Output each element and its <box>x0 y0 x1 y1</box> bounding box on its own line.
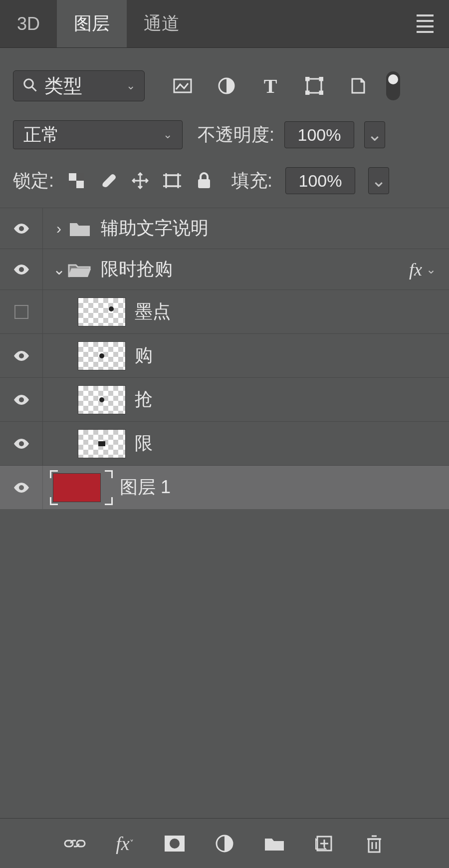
visibility-toggle[interactable] <box>0 208 43 249</box>
lock-all-icon[interactable] <box>195 171 214 190</box>
svg-rect-27 <box>65 841 73 847</box>
menu-icon <box>417 14 434 33</box>
svg-rect-20 <box>198 179 210 188</box>
layer-name: 墨点 <box>135 299 171 324</box>
layer-thumbnail[interactable] <box>78 341 126 370</box>
filter-shape-icon[interactable] <box>303 75 325 97</box>
visibility-toggle[interactable] <box>0 290 43 333</box>
lock-transparency-icon[interactable] <box>67 171 86 190</box>
svg-point-26 <box>19 485 24 490</box>
fill-label: 填充: <box>231 169 272 193</box>
svg-point-25 <box>19 441 24 446</box>
layers-list: › 辅助文字说明 ⌄ 限时抢购 fx ⌄ <box>0 208 449 818</box>
layer-kind-label: 类型 <box>44 73 82 99</box>
layer-name: 限时抢购 <box>101 257 173 282</box>
new-group-button[interactable] <box>263 833 285 855</box>
svg-point-0 <box>24 79 33 88</box>
layer-row[interactable]: 抢 <box>0 377 449 421</box>
delete-layer-button[interactable] <box>363 833 385 855</box>
visibility-toggle[interactable] <box>0 334 43 377</box>
layer-name: 抢 <box>135 387 153 412</box>
blend-mode-select[interactable]: 正常 ⌄ <box>13 120 183 149</box>
eye-icon <box>13 350 30 362</box>
visibility-toggle[interactable] <box>0 466 43 509</box>
eye-icon <box>13 264 30 276</box>
visibility-toggle[interactable] <box>0 422 43 465</box>
tab-channels[interactable]: 通道 <box>127 0 197 47</box>
chevron-down-icon: ⌄ <box>163 128 172 141</box>
panel-menu-button[interactable] <box>401 0 449 48</box>
svg-point-21 <box>19 226 24 231</box>
layer-mask-button[interactable] <box>164 833 186 855</box>
tab-3d[interactable]: 3D <box>0 0 57 47</box>
svg-rect-5 <box>306 77 309 80</box>
adjustment-layer-button[interactable] <box>214 833 235 855</box>
eye-icon <box>13 223 30 235</box>
svg-rect-10 <box>76 181 84 188</box>
eye-icon <box>13 482 30 494</box>
filter-pixel-icon[interactable] <box>172 75 194 97</box>
layer-name: 辅助文字说明 <box>101 216 209 241</box>
layer-row-group[interactable]: ⌄ 限时抢购 fx ⌄ <box>0 249 449 289</box>
svg-rect-8 <box>320 91 323 94</box>
eye-icon <box>13 438 30 450</box>
layer-name: 限 <box>135 431 153 456</box>
visibility-toggle[interactable] <box>0 378 43 421</box>
filter-smartobject-icon[interactable] <box>347 75 369 97</box>
fx-indicator[interactable]: fx <box>409 259 422 280</box>
layer-thumbnail[interactable] <box>78 429 126 458</box>
fill-dropdown[interactable]: ⌄ <box>368 167 389 194</box>
layer-row[interactable]: 墨点 <box>0 289 449 333</box>
blend-mode-value: 正常 <box>23 123 59 147</box>
opacity-label: 不透明度: <box>198 123 274 147</box>
layer-name: 购 <box>135 343 153 368</box>
svg-rect-7 <box>306 91 309 94</box>
layer-row-selected[interactable]: 图层 1 <box>0 465 449 509</box>
visibility-off-icon <box>14 305 28 319</box>
folder-open-icon <box>68 255 92 284</box>
svg-point-24 <box>19 397 24 402</box>
svg-rect-15 <box>166 175 178 186</box>
layer-thumbnail-selected[interactable] <box>50 470 113 505</box>
eye-icon <box>13 394 30 406</box>
svg-point-30 <box>170 839 180 849</box>
visibility-toggle[interactable] <box>0 249 43 289</box>
group-disclosure-closed[interactable]: › <box>50 220 68 237</box>
layer-name: 图层 1 <box>120 475 171 500</box>
group-disclosure-open[interactable]: ⌄ <box>50 261 68 278</box>
layer-row-group[interactable]: › 辅助文字说明 <box>0 208 449 249</box>
folder-icon <box>68 214 92 243</box>
svg-point-23 <box>19 353 24 358</box>
svg-rect-12 <box>69 181 76 188</box>
lock-artboard-icon[interactable] <box>163 171 182 190</box>
layer-thumbnail[interactable] <box>78 385 126 414</box>
opacity-dropdown[interactable]: ⌄ <box>364 121 385 148</box>
svg-rect-11 <box>76 173 84 181</box>
filter-adjustment-icon[interactable] <box>216 75 237 97</box>
svg-point-22 <box>19 267 24 272</box>
svg-rect-28 <box>77 841 85 847</box>
chevron-down-icon: ⌄ <box>126 79 135 92</box>
svg-rect-9 <box>69 173 76 181</box>
lock-paint-icon[interactable] <box>99 171 118 190</box>
chevron-down-icon[interactable]: ⌄ <box>426 263 436 277</box>
layer-row[interactable]: 限 <box>0 421 449 465</box>
lock-label: 锁定: <box>13 169 54 193</box>
lock-position-icon[interactable] <box>131 171 150 190</box>
filter-toggle[interactable] <box>386 71 400 100</box>
layer-kind-filter[interactable]: 类型 ⌄ <box>13 70 145 101</box>
svg-line-1 <box>32 86 36 91</box>
fill-field[interactable]: 100% <box>285 167 355 194</box>
opacity-field[interactable]: 100% <box>284 121 354 148</box>
link-layers-button[interactable] <box>64 833 86 855</box>
tab-layers[interactable]: 图层 <box>57 0 127 47</box>
svg-rect-35 <box>369 839 380 852</box>
layer-thumbnail[interactable] <box>78 297 126 326</box>
search-icon <box>22 75 37 97</box>
layer-row[interactable]: 购 <box>0 333 449 377</box>
layer-style-button[interactable]: fx˅ <box>114 833 136 855</box>
filter-type-icon[interactable]: T <box>259 75 281 97</box>
new-layer-button[interactable] <box>313 833 335 855</box>
svg-rect-6 <box>320 77 323 80</box>
